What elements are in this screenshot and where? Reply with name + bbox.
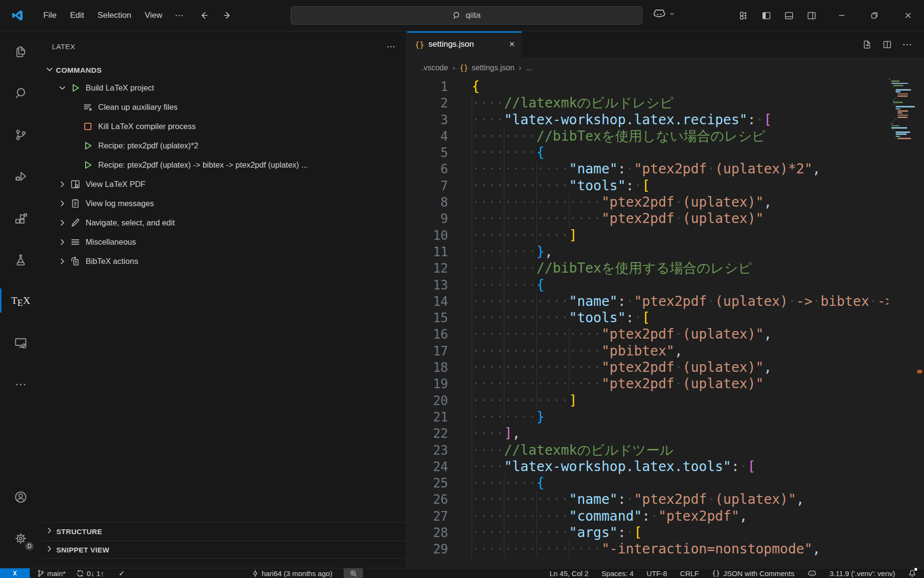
code-line-9[interactable]: 9················"ptex2pdf·(uplatex)" xyxy=(407,210,924,227)
latex-workshop-tex-icon[interactable]: TEX xyxy=(0,288,41,314)
source-control-icon[interactable] xyxy=(0,122,41,148)
tree-item[interactable]: View LaTeX PDF xyxy=(41,174,406,194)
command-center-search[interactable]: qiita xyxy=(291,6,642,25)
go-forward-button[interactable] xyxy=(219,7,235,24)
code-line-19[interactable]: 19················"ptex2pdf·(uplatex)" xyxy=(407,376,924,392)
structure-section-header[interactable]: STRUCTURE xyxy=(41,522,407,540)
code-line-1[interactable]: 1{ xyxy=(407,79,924,95)
code-line-7[interactable]: 7············"tools":·[ xyxy=(407,178,924,194)
open-changes-icon[interactable] xyxy=(857,35,877,54)
tree-item[interactable]: Navigate, select, and edit xyxy=(41,213,406,232)
code-line-21[interactable]: 21········} xyxy=(407,409,924,425)
toggle-primary-sidebar-icon[interactable] xyxy=(755,7,778,24)
tab-settings-json[interactable]: {} settings.json ✕ xyxy=(407,31,522,57)
settings-gear-icon[interactable]: D xyxy=(0,525,41,552)
search-view-icon[interactable] xyxy=(0,80,41,106)
git-branch-status[interactable]: main* xyxy=(37,569,65,578)
code-line-2[interactable]: 2····//latexmkのビルドレシピ xyxy=(407,95,924,111)
test-flask-icon[interactable] xyxy=(0,248,41,274)
tree-item[interactable]: Build LaTeX project xyxy=(41,78,406,97)
run-debug-icon[interactable] xyxy=(0,163,41,189)
minimize-button[interactable] xyxy=(827,0,857,31)
copilot-menu[interactable] xyxy=(653,7,675,20)
code-line-24[interactable]: 24····"latex-workshop.latex.tools":·[ xyxy=(407,459,924,475)
menu-more-icon[interactable]: ⋯ xyxy=(169,7,189,24)
chevron-right-icon[interactable] xyxy=(56,199,68,208)
git-blame-status[interactable]: hari64 (3 months ago) xyxy=(251,569,333,578)
git-sync-status[interactable]: 0↓ 1↑ xyxy=(76,569,104,578)
code-line-22[interactable]: 22····], xyxy=(407,425,924,442)
split-editor-icon[interactable] xyxy=(877,35,897,54)
code-line-15[interactable]: 15············"tools":·[ xyxy=(407,310,924,326)
tree-item[interactable]: Recipe: ptex2pdf (uplatex) -> bibtex -> … xyxy=(41,155,406,174)
tree-item[interactable]: Clean up auxiliary files xyxy=(41,97,406,117)
explorer-icon[interactable] xyxy=(0,39,41,65)
code-line-29[interactable]: 29················"-interaction=nonstopm… xyxy=(407,541,924,557)
tree-item[interactable]: BibTeX actions xyxy=(41,251,406,271)
code-line-10[interactable]: 10············] xyxy=(407,227,924,244)
code-line-4[interactable]: 4········//bibTexを使用しない場合のレシピ xyxy=(407,128,924,144)
go-back-button[interactable] xyxy=(196,7,212,24)
restore-button[interactable] xyxy=(860,0,889,31)
code-line-20[interactable]: 20············] xyxy=(407,393,924,409)
language-mode-status[interactable]: {} JSON with Comments xyxy=(712,569,794,578)
close-tab-icon[interactable]: ✕ xyxy=(509,40,515,49)
breadcrumb-file[interactable]: settings.json xyxy=(472,64,514,72)
encoding-status[interactable]: UTF-8 xyxy=(647,569,667,578)
menu-selection[interactable]: Selection xyxy=(91,8,138,23)
snippet-view-section-header[interactable]: SNIPPET VIEW xyxy=(41,540,407,559)
copilot-status[interactable] xyxy=(808,569,817,578)
commands-section-header[interactable]: COMMANDS xyxy=(41,63,406,78)
zoom-indicator[interactable] xyxy=(344,568,363,578)
tree-item[interactable]: Kill LaTeX compiler process xyxy=(41,117,406,136)
code-line-18[interactable]: 18················"ptex2pdf·(uplatex)", xyxy=(407,359,924,376)
python-interpreter-status[interactable]: 3.11.9 ('.venv': venv) xyxy=(830,569,895,578)
code-line-5[interactable]: 5········{ xyxy=(407,144,924,161)
code-line-11[interactable]: 11········}, xyxy=(407,244,924,260)
code-line-14[interactable]: 14············"name":·"ptex2pdf·(uplatex… xyxy=(407,293,924,310)
code-line-12[interactable]: 12········//bibTexを使用する場合のレシピ xyxy=(407,260,924,276)
notifications-bell[interactable] xyxy=(908,569,916,578)
menu-file[interactable]: File xyxy=(37,8,63,23)
extensions-icon[interactable] xyxy=(0,206,41,232)
account-icon[interactable] xyxy=(0,484,41,510)
chevron-right-icon[interactable] xyxy=(56,257,68,265)
code-line-3[interactable]: 3····"latex-workshop.latex.recipes":·[ xyxy=(407,112,924,128)
code-line-27[interactable]: 27············"command":·"ptex2pdf", xyxy=(407,508,924,525)
code-line-16[interactable]: 16················"ptex2pdf·(uplatex)", xyxy=(407,326,924,342)
tree-item[interactable]: Recipe: ptex2pdf (uplatex)*2 xyxy=(41,136,406,155)
problems-check-status[interactable]: ✓ xyxy=(118,569,125,578)
breadcrumb-symbol[interactable]: ... xyxy=(526,64,532,72)
toggle-secondary-sidebar-icon[interactable] xyxy=(800,7,823,24)
tree-item[interactable]: View log messages xyxy=(41,194,406,213)
eol-status[interactable]: CRLF xyxy=(680,569,699,578)
code-line-25[interactable]: 25········{ xyxy=(407,475,924,491)
remote-explorer-icon[interactable] xyxy=(0,330,41,356)
indentation-status[interactable]: Spaces: 4 xyxy=(602,569,634,578)
code-line-8[interactable]: 8················"ptex2pdf·(uplatex)", xyxy=(407,194,924,210)
code-line-13[interactable]: 13········{ xyxy=(407,277,924,293)
chevron-right-icon[interactable] xyxy=(56,219,68,227)
menu-edit[interactable]: Edit xyxy=(63,8,90,23)
minimap[interactable] xyxy=(889,79,917,175)
additional-views-icon[interactable]: ⋯ xyxy=(0,371,41,397)
chevron-down-icon[interactable] xyxy=(56,84,68,92)
code-line-26[interactable]: 26············"name":·"ptex2pdf·(uplatex… xyxy=(407,491,924,508)
sidebar-more-actions-icon[interactable]: ⋯ xyxy=(386,41,396,52)
code-editor[interactable]: 1{2····//latexmkのビルドレシピ3····"latex-works… xyxy=(407,79,924,568)
menu-view[interactable]: View xyxy=(138,8,169,23)
code-line-17[interactable]: 17················"pbibtex", xyxy=(407,343,924,359)
close-window-button[interactable] xyxy=(893,0,923,31)
breadcrumb-folder[interactable]: .vscode xyxy=(422,64,448,72)
remote-indicator[interactable] xyxy=(0,568,30,578)
code-line-28[interactable]: 28············"args":·[ xyxy=(407,525,924,541)
chevron-right-icon[interactable] xyxy=(56,180,68,188)
toggle-panel-icon[interactable] xyxy=(778,7,800,24)
cursor-position-status[interactable]: Ln 45, Col 2 xyxy=(550,569,589,578)
customize-layout-icon[interactable] xyxy=(732,7,755,24)
code-line-23[interactable]: 23····//latexmkのビルドツール xyxy=(407,442,924,459)
code-line-6[interactable]: 6············"name":·"ptex2pdf·(uplatex)… xyxy=(407,161,924,177)
more-actions-icon[interactable]: ⋯ xyxy=(897,35,917,54)
tree-item[interactable]: Miscellaneous xyxy=(41,232,406,251)
chevron-right-icon[interactable] xyxy=(56,238,68,246)
